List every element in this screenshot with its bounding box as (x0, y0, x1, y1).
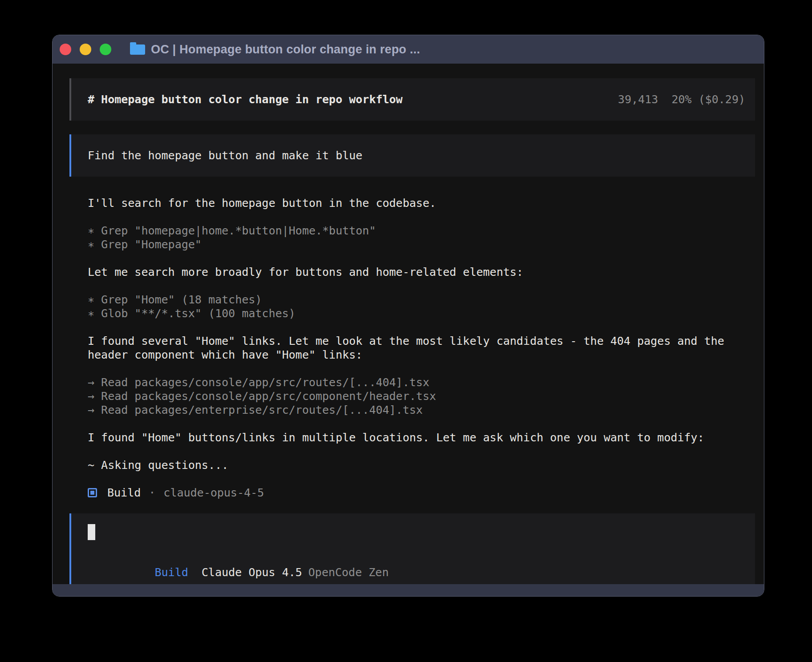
tool-call-line: → Read packages/enterprise/src/routes/[.… (88, 403, 747, 417)
prompt-input[interactable]: BuildClaude Opus 4.5OpenCode Zen (69, 513, 755, 584)
tool-call-line: → Read packages/console/app/src/routes/[… (88, 375, 747, 389)
assistant-text: ~ Asking questions... (88, 458, 747, 472)
agent-build-icon (88, 488, 97, 497)
zoom-button[interactable] (100, 44, 111, 55)
context-usage: 20% ($0.29) (671, 93, 745, 106)
session-stats: 39,41320% ($0.29) (618, 93, 745, 106)
terminal-window: OC | Homepage button color change in rep… (52, 35, 764, 597)
tool-call-line: ∗ Grep "homepage|home.*button|Home.*butt… (88, 224, 747, 238)
session-title: # Homepage button color change in repo w… (88, 93, 402, 106)
tool-call-line: ∗ Glob "**/*.tsx" (100 matches) (88, 307, 747, 320)
conversation-log: I'll search for the homepage button in t… (53, 177, 764, 500)
agent-separator: · (149, 486, 155, 500)
assistant-text: I found "Home" buttons/links in multiple… (88, 431, 747, 444)
assistant-text-line: I'll search for the homepage button in t… (88, 196, 747, 210)
tool-call-line: ∗ Grep "Homepage" (88, 238, 747, 251)
assistant-text-line: header component which have "Home" links… (88, 348, 747, 362)
desktop-background: OC | Homepage button color change in rep… (0, 0, 812, 662)
tool-call-group: ∗ Grep "Home" (18 matches)∗ Glob "**/*.t… (88, 293, 747, 320)
assistant-text-line: I found "Home" buttons/links in multiple… (88, 431, 747, 444)
agent-model: claude-opus-4-5 (163, 486, 264, 500)
assistant-text-line: Let me search more broadly for buttons a… (88, 265, 747, 279)
titlebar[interactable]: OC | Homepage button color change in rep… (53, 35, 764, 64)
tool-call-line: ∗ Grep "Home" (18 matches) (88, 293, 747, 307)
assistant-text-line: ~ Asking questions... (88, 458, 747, 472)
traffic-lights (60, 44, 111, 55)
input-provider-label: OpenCode Zen (309, 566, 389, 579)
folder-icon (130, 44, 145, 55)
tool-call-line: → Read packages/console/app/src/componen… (88, 389, 747, 403)
assistant-text: Let me search more broadly for buttons a… (88, 265, 747, 279)
window-bottom-band (53, 584, 764, 596)
tool-call-group: → Read packages/console/app/src/routes/[… (88, 375, 747, 417)
input-model-label: Claude Opus 4.5 (202, 566, 302, 579)
close-button[interactable] (60, 44, 71, 55)
token-count: 39,413 (618, 93, 658, 106)
window-title: OC | Homepage button color change in rep… (151, 43, 420, 57)
assistant-text: I'll search for the homepage button in t… (88, 196, 747, 210)
agent-task-row: Build·claude-opus-4-5 (88, 486, 747, 500)
agent-name: Build (107, 486, 141, 500)
user-message: Find the homepage button and make it blu… (69, 134, 755, 177)
session-header: # Homepage button color change in repo w… (69, 78, 755, 121)
text-cursor (88, 524, 95, 540)
input-meta: BuildClaude Opus 4.5OpenCode Zen (88, 552, 745, 584)
assistant-text: I found several "Home" links. Let me loo… (88, 334, 747, 362)
minimize-button[interactable] (80, 44, 91, 55)
input-mode-label: Build (155, 566, 188, 579)
assistant-text-line: I found several "Home" links. Let me loo… (88, 334, 747, 348)
terminal-content: # Homepage button color change in repo w… (53, 64, 764, 584)
tool-call-group: ∗ Grep "homepage|home.*button|Home.*butt… (88, 224, 747, 251)
